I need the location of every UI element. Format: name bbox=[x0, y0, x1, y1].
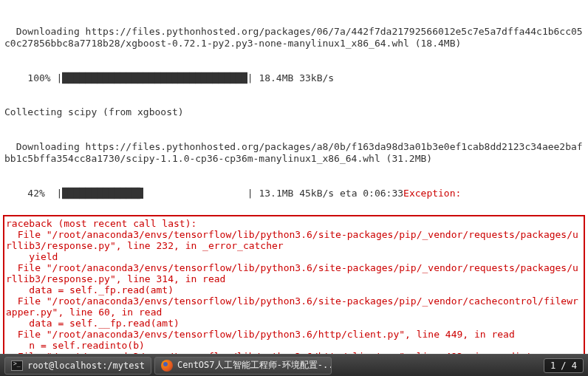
progress-percent: 42% bbox=[27, 188, 44, 199]
page-indicator-label: 1 / 4 bbox=[550, 360, 577, 371]
progress-bar-empty bbox=[143, 188, 247, 199]
traceback-frame: yield bbox=[6, 251, 582, 262]
progress-line-1: 100% |████████████████████████████████| … bbox=[4, 72, 584, 84]
terminal-icon bbox=[11, 360, 23, 371]
collecting-line: Collecting scipy (from xgboost) bbox=[4, 106, 584, 118]
progress-line-2: 42% |█████████████▌ | 13.1MB 45kB/s eta … bbox=[4, 188, 584, 199]
progress-bar-fill: █████████████▌ bbox=[62, 188, 143, 199]
taskbar-item-terminal[interactable]: root@localhost:/mytest bbox=[4, 357, 151, 375]
traceback-frame: File "/root/anaconda3/envs/tensorflow/li… bbox=[6, 229, 582, 251]
traceback-box: raceback (most recent call last): File "… bbox=[3, 215, 585, 376]
traceback-frame: n = self.readinto(b) bbox=[6, 340, 582, 351]
progress-stats: | 13.1MB 45kB/s eta 0:06:33 bbox=[247, 188, 403, 199]
taskbar-item-label: CentOS7人工智能工程师-环境配置-... bbox=[177, 359, 332, 372]
download-line-1: Downloading https://files.pythonhosted.o… bbox=[4, 26, 584, 49]
traceback-frame: File "/root/anaconda3/envs/tensorflow/li… bbox=[6, 329, 582, 340]
firefox-icon bbox=[161, 360, 173, 372]
terminal-output: Downloading https://files.pythonhosted.o… bbox=[0, 0, 588, 213]
progress-stats: | 18.4MB 33kB/s bbox=[247, 72, 334, 83]
progress-bar-fill: ████████████████████████████████ bbox=[62, 72, 247, 84]
progress-percent: 100% bbox=[27, 72, 50, 83]
workspace-indicator[interactable]: 1 / 4 bbox=[544, 358, 584, 373]
download-line-2: Downloading https://files.pythonhosted.o… bbox=[4, 141, 584, 164]
taskbar: root@localhost:/mytest CentOS7人工智能工程师-环境… bbox=[0, 354, 588, 376]
traceback-frame: File "/root/anaconda3/envs/tensorflow/li… bbox=[6, 295, 582, 318]
traceback-header: raceback (most recent call last): bbox=[6, 218, 582, 229]
traceback-frame: File "/root/anaconda3/envs/tensorflow/li… bbox=[6, 262, 582, 284]
traceback-frame: data = self._fp.read(amt) bbox=[6, 284, 582, 295]
taskbar-item-firefox[interactable]: CentOS7人工智能工程师-环境配置-... bbox=[154, 357, 332, 375]
exception-label: Exception: bbox=[403, 188, 461, 199]
traceback-frame: data = self.__fp.read(amt) bbox=[6, 318, 582, 329]
taskbar-item-label: root@localhost:/mytest bbox=[27, 360, 145, 371]
